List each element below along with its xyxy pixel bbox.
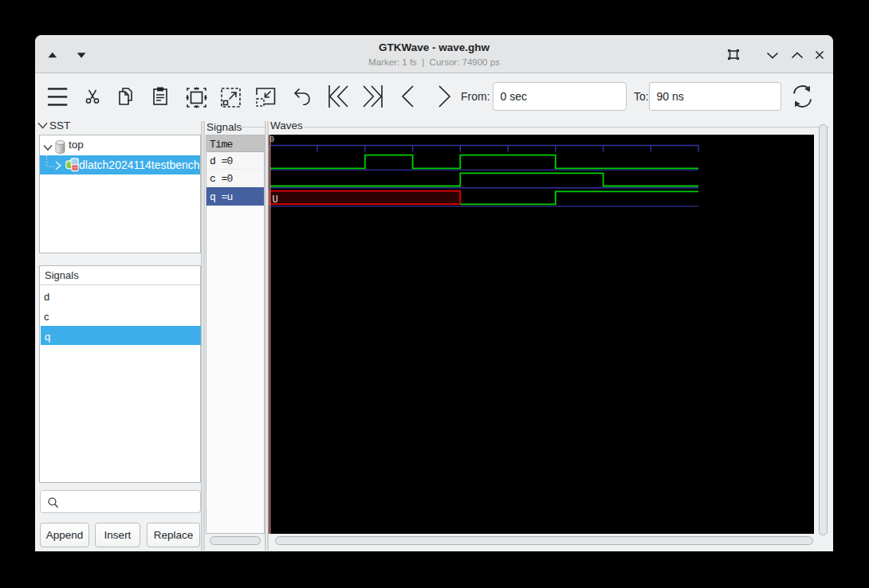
svg-text:U: U [273, 194, 278, 206]
